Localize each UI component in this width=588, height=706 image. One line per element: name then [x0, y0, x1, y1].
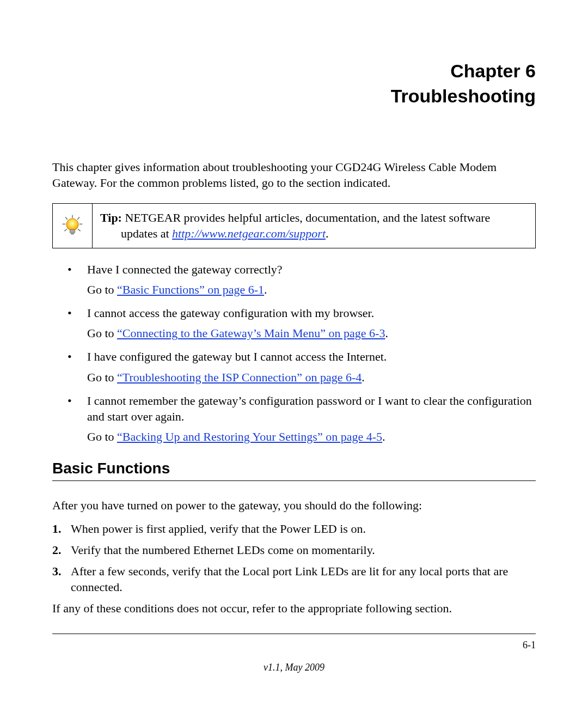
lightbulb-icon — [60, 214, 84, 238]
svg-rect-9 — [71, 233, 74, 235]
step-item: After a few seconds, verify that the Loc… — [52, 563, 536, 595]
goto-prefix: Go to — [87, 430, 117, 443]
document-page: Chapter 6 Troubleshooting This chapter g… — [0, 0, 588, 706]
svg-line-5 — [64, 229, 67, 231]
page-footer: 6-1 v1.1, May 2009 — [52, 634, 536, 673]
question-item: Have I connected the gateway correctly? … — [52, 261, 536, 297]
goto-prefix: Go to — [87, 326, 117, 340]
chapter-number: Chapter 6 — [450, 60, 536, 81]
tip-text-line1: NETGEAR provides helpful articles, docum… — [122, 211, 490, 224]
question-item: I have configured the gateway but I cann… — [52, 349, 536, 385]
tip-text-line2-suffix: . — [326, 227, 329, 240]
xref-link-basic-functions[interactable]: “Basic Functions” on page 6-1 — [117, 283, 264, 296]
doc-version: v1.1, May 2009 — [52, 662, 536, 673]
question-text: I cannot remember the gateway’s configur… — [87, 394, 532, 423]
goto-suffix: . — [382, 430, 385, 443]
questions-list: Have I connected the gateway correctly? … — [52, 261, 536, 444]
chapter-heading: Chapter 6 Troubleshooting — [52, 59, 536, 109]
tip-text-line2-prefix: updates at — [121, 227, 172, 240]
section-heading-basic-functions: Basic Functions — [52, 460, 536, 481]
tip-label: Tip: — [100, 211, 122, 224]
tip-support-link[interactable]: http://www.netgear.com/support — [172, 227, 326, 240]
tip-icon-cell — [53, 204, 93, 248]
goto-suffix: . — [264, 283, 267, 296]
intro-paragraph: This chapter gives information about tro… — [52, 159, 536, 191]
page-number: 6-1 — [52, 640, 536, 651]
svg-point-7 — [66, 218, 78, 230]
steps-list: When power is first applied, verify that… — [52, 521, 536, 595]
question-text: Have I connected the gateway correctly? — [87, 263, 283, 276]
svg-line-6 — [78, 229, 81, 231]
goto-suffix: . — [362, 370, 365, 384]
xref-link-isp-connection[interactable]: “Troubleshooting the ISP Connection” on … — [117, 370, 362, 384]
step-item: Verify that the numbered Ethernet LEDs c… — [52, 542, 536, 558]
step-item: When power is first applied, verify that… — [52, 521, 536, 537]
question-item: I cannot access the gateway configuratio… — [52, 305, 536, 341]
svg-line-1 — [65, 217, 68, 220]
tip-text: Tip: NETGEAR provides helpful articles, … — [93, 204, 535, 248]
question-text: I cannot access the gateway configuratio… — [87, 306, 374, 320]
question-item: I cannot remember the gateway’s configur… — [52, 393, 536, 445]
tip-box: Tip: NETGEAR provides helpful articles, … — [52, 203, 536, 248]
chapter-title: Troubleshooting — [391, 86, 536, 106]
goto-suffix: . — [385, 326, 388, 340]
xref-link-main-menu[interactable]: “Connecting to the Gateway’s Main Menu” … — [117, 326, 385, 340]
goto-prefix: Go to — [87, 370, 117, 384]
goto-prefix: Go to — [87, 283, 117, 296]
section-outro: If any of these conditions does not occu… — [52, 600, 536, 616]
xref-link-backup-restore[interactable]: “Backing Up and Restoring Your Settings”… — [117, 430, 382, 443]
svg-line-2 — [77, 217, 79, 220]
svg-rect-8 — [70, 229, 75, 233]
section-intro: After you have turned on power to the ga… — [52, 497, 536, 513]
question-text: I have configured the gateway but I cann… — [87, 350, 387, 363]
